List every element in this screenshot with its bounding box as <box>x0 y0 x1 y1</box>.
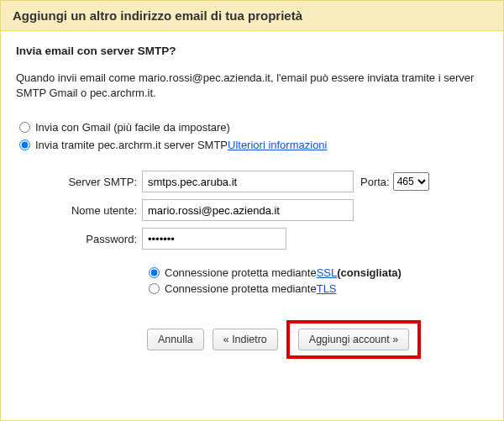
dialog-title: Aggiungi un altro indirizzo email di tua… <box>1 1 503 31</box>
username-input[interactable] <box>142 199 354 221</box>
ssl-text: Connessione protetta mediante <box>165 266 317 279</box>
label-porta: Porta: <box>360 176 390 188</box>
primary-highlight: Aggiungi account » <box>286 320 421 359</box>
ssl-recommended: (consigliata) <box>337 266 402 279</box>
tls-link[interactable]: TLS <box>317 282 337 295</box>
sub-header: Invia email con server SMTP? <box>16 41 488 66</box>
password-input[interactable] <box>142 228 286 250</box>
add-account-button[interactable]: Aggiungi account » <box>298 329 409 350</box>
cancel-button[interactable]: Annulla <box>147 329 204 350</box>
option-smtp-label: Invia tramite pec.archrm.it server SMTP <box>35 139 228 151</box>
radio-ssl[interactable] <box>149 267 160 278</box>
dialog-window: Aggiungi un altro indirizzo email di tua… <box>0 0 504 421</box>
radio-tls[interactable] <box>149 283 160 294</box>
server-input[interactable] <box>142 171 354 192</box>
radio-gmail[interactable] <box>19 122 30 133</box>
field-username: Nome utente: <box>16 196 488 224</box>
field-password: Password: <box>16 224 488 253</box>
label-server: Server SMTP: <box>16 176 142 188</box>
option-gmail-label: Invia con Gmail (più facile da impostare… <box>35 121 230 134</box>
description-text: Quando invii email come mario.rossi@pec.… <box>16 66 488 118</box>
radio-smtp[interactable] <box>19 139 30 150</box>
label-username: Nome utente: <box>16 204 142 217</box>
option-tls[interactable]: Connessione protetta mediante TLS <box>147 281 488 297</box>
back-button[interactable]: « Indietro <box>213 329 278 350</box>
option-send-with-gmail[interactable]: Invia con Gmail (più facile da impostare… <box>16 118 488 136</box>
option-ssl[interactable]: Connessione protetta mediante SSL (consi… <box>147 265 488 281</box>
label-password: Password: <box>16 233 142 245</box>
more-info-link[interactable]: Ulteriori informazioni <box>228 139 327 151</box>
dialog-content: Invia email con server SMTP? Quando invi… <box>1 31 503 376</box>
porta-select[interactable]: 465 <box>393 172 429 191</box>
option-send-via-smtp[interactable]: Invia tramite pec.archrm.it server SMTP … <box>16 136 488 154</box>
ssl-link[interactable]: SSL <box>317 266 338 279</box>
security-options: Connessione protetta mediante SSL (consi… <box>16 253 488 297</box>
tls-text: Connessione protetta mediante <box>165 282 317 295</box>
button-row: Annulla « Indietro Aggiungi account » <box>16 297 488 359</box>
field-server: Server SMTP: Porta: 465 <box>16 167 488 196</box>
smtp-form: Server SMTP: Porta: 465 Nome utente: Pas… <box>16 154 488 359</box>
